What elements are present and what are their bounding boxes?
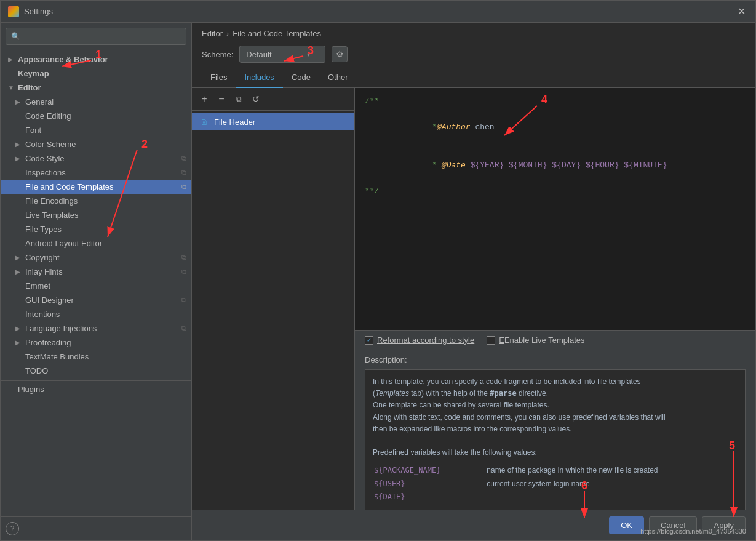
desc-var-name: ${USER}	[374, 478, 485, 490]
template-list-panel: + − ⧉ ↺ 🗎 File Header	[192, 88, 355, 510]
window-title: Settings	[24, 7, 735, 16]
breadcrumb-parent: Editor	[202, 29, 223, 38]
desc-bold: #parse	[490, 389, 516, 398]
description-area: Description: In this template, you can s…	[355, 350, 755, 510]
sidebar-item-proofreading[interactable]: ▶ Proofreading	[1, 335, 191, 350]
sidebar-item-todo[interactable]: TODO	[1, 364, 191, 378]
template-item-file-header[interactable]: 🗎 File Header	[192, 113, 354, 130]
desc-text-6: Predefined variables will take the follo…	[373, 447, 738, 459]
desc-text-1: In this template, you can specify a code…	[373, 376, 738, 388]
apply-button[interactable]: Apply	[702, 516, 746, 534]
sidebar-item-file-types[interactable]: File Types	[1, 222, 191, 236]
live-templates-checkbox[interactable]	[487, 336, 495, 345]
reformat-label: Reformat according to style	[377, 335, 474, 345]
sidebar-item-label: File Encodings	[25, 196, 78, 206]
code-var-hour: ${HOUR}	[581, 161, 619, 170]
chevron-right-icon: ▶	[15, 339, 23, 346]
sidebar-item-android-layout-editor[interactable]: Android Layout Editor	[1, 236, 191, 250]
copy-icon: ⧉	[181, 324, 186, 332]
sidebar-item-emmet[interactable]: Emmet	[1, 279, 191, 293]
sidebar-item-copyright[interactable]: ▶ Copyright ⧉	[1, 250, 191, 265]
remove-template-button[interactable]: −	[214, 92, 229, 106]
code-var-month: ${MONTH}	[504, 161, 547, 170]
reset-template-button[interactable]: ↺	[249, 92, 263, 106]
sidebar-item-live-templates[interactable]: Live Templates	[1, 208, 191, 222]
sidebar-item-code-editing[interactable]: Code Editing	[1, 109, 191, 123]
reformat-checkbox[interactable]	[365, 336, 373, 345]
template-list-items: 🗎 File Header	[192, 111, 354, 510]
sidebar-item-label: Plugins	[18, 385, 44, 394]
sidebar-item-color-scheme[interactable]: ▶ Color Scheme	[1, 137, 191, 151]
scheme-gear-button[interactable]: ⚙	[332, 46, 348, 62]
sidebar-item-label: Keymap	[18, 69, 49, 78]
code-comment-3: *	[432, 161, 442, 170]
tab-code[interactable]: Code	[283, 68, 319, 88]
code-editor[interactable]: /** *@Author chen * @Date ${YEAR} ${MONT…	[355, 88, 755, 330]
code-line-2: *@Author chen	[365, 108, 746, 146]
dialog-buttons: OK Cancel Apply	[192, 510, 755, 540]
sidebar-item-plugins[interactable]: Plugins	[1, 380, 191, 396]
sidebar-item-label: Editor	[18, 83, 41, 92]
ok-button[interactable]: OK	[609, 516, 644, 534]
sidebar-bottom: ?	[1, 516, 191, 540]
bottom-options: Reformat according to style EEnable Live…	[355, 330, 755, 350]
chevron-right-icon: ▶	[15, 254, 23, 261]
code-line-4: **/	[365, 185, 746, 198]
sidebar-item-inspections[interactable]: Inspections ⧉	[1, 166, 191, 180]
sidebar-item-label: Language Injections	[25, 324, 97, 333]
code-line-1: /**	[365, 95, 746, 108]
sidebar-item-label: Code Style	[25, 154, 65, 163]
sidebar-item-textmate-bundles[interactable]: TextMate Bundles	[1, 350, 191, 364]
gear-icon: ⚙	[336, 49, 344, 59]
tab-includes[interactable]: Includes	[236, 68, 282, 88]
sidebar-item-code-style[interactable]: ▶ Code Style ⧉	[1, 151, 191, 166]
search-icon: 🔍	[11, 32, 20, 41]
sidebar-tree: ▶ Appearance & Behavior Keymap ▼ Editor …	[1, 50, 191, 516]
sidebar-item-gui-designer[interactable]: GUI Designer ⧉	[1, 293, 191, 307]
search-box[interactable]: 🔍	[6, 28, 186, 45]
chevron-right-icon: ▶	[15, 268, 23, 275]
copy-icon: ⧉	[181, 169, 186, 177]
chevron-right-icon: ▶	[8, 56, 15, 63]
sidebar-item-label: Emmet	[25, 281, 50, 291]
tab-files[interactable]: Files	[202, 68, 236, 88]
code-comment-2: *	[432, 122, 437, 132]
desc-italic: Templates	[375, 389, 409, 398]
copy-template-button[interactable]: ⧉	[231, 92, 246, 106]
scheme-dropdown[interactable]: Default ▾	[239, 46, 325, 63]
sidebar-item-editor[interactable]: ▼ Editor	[1, 81, 191, 95]
tab-other[interactable]: Other	[319, 68, 357, 88]
desc-text-2: (Templates tab) with the help of the #pa…	[373, 388, 738, 399]
code-author-value: chen	[471, 122, 495, 132]
scheme-label: Scheme:	[202, 50, 233, 59]
sidebar-item-file-encodings[interactable]: File Encodings	[1, 194, 191, 208]
app-icon	[8, 6, 19, 17]
sidebar-item-label: Inspections	[25, 168, 66, 177]
breadcrumb-separator: ›	[226, 29, 229, 38]
sidebar-item-label: Font	[25, 126, 41, 135]
copy-icon: ⧉	[181, 183, 186, 191]
sidebar-item-intentions[interactable]: Intentions	[1, 307, 191, 321]
close-button[interactable]: ✕	[735, 6, 748, 17]
sidebar-item-label: Appearance & Behavior	[18, 55, 108, 64]
sidebar-item-font[interactable]: Font	[1, 123, 191, 137]
sidebar-item-keymap[interactable]: Keymap	[1, 66, 191, 81]
scheme-row: Scheme: Default ▾ ⚙	[192, 42, 755, 68]
sidebar-item-label: Proofreading	[25, 338, 71, 347]
sidebar-item-appearance[interactable]: ▶ Appearance & Behavior	[1, 52, 191, 66]
sidebar-item-language-injections[interactable]: ▶ Language Injections ⧉	[1, 321, 191, 335]
search-input[interactable]	[24, 32, 181, 41]
cancel-button[interactable]: Cancel	[649, 516, 697, 534]
breadcrumb: Editor › File and Code Templates	[192, 23, 755, 42]
sidebar-item-inlay-hints[interactable]: ▶ Inlay Hints ⧉	[1, 265, 191, 279]
chevron-down-icon: ▼	[8, 84, 15, 91]
template-area: + − ⧉ ↺ 🗎 File Header /**	[192, 88, 755, 510]
sidebar-item-general[interactable]: ▶ General	[1, 95, 191, 109]
add-template-button[interactable]: +	[197, 92, 212, 106]
desc-var-package: ${PACKAGE_NAME} name of the package in w…	[374, 465, 736, 476]
chevron-right-icon: ▶	[15, 98, 23, 105]
help-button[interactable]: ?	[6, 522, 19, 535]
title-bar: Settings ✕	[1, 1, 755, 23]
reformat-option: Reformat according to style	[365, 335, 474, 345]
sidebar-item-file-code-templates[interactable]: File and Code Templates ⧉	[1, 180, 191, 194]
